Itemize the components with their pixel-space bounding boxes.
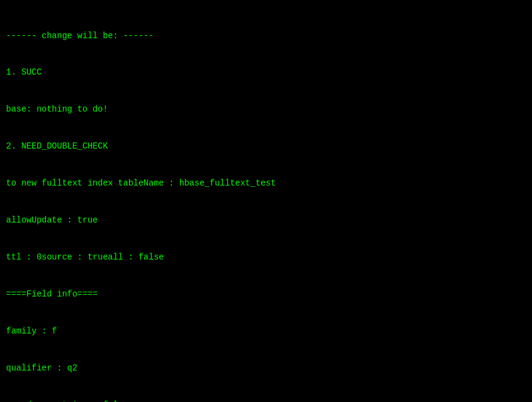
- terminal-line-1: ------ change will be: ------: [6, 30, 526, 42]
- terminal-line-6: allowUpdate : true: [6, 214, 526, 226]
- terminal-line-3: base: nothing to do!: [6, 103, 526, 115]
- terminal-line-11: encode_as_string : false: [6, 399, 526, 403]
- terminal-line-5: to new fulltext index tableName : hbase_…: [6, 177, 526, 189]
- terminal-line-9: family : f: [6, 325, 526, 337]
- terminal-line-2: 1. SUCC: [6, 66, 526, 78]
- terminal-line-10: qualifier : q2: [6, 362, 526, 374]
- terminal-line-4: 2. NEED_DOUBLE_CHECK: [6, 140, 526, 152]
- terminal-line-7: ttl : 0source : trueall : false: [6, 251, 526, 263]
- terminal-window: ------ change will be: ------ 1. SUCC ba…: [0, 0, 532, 402]
- terminal-line-8: ====Field info====: [6, 288, 526, 300]
